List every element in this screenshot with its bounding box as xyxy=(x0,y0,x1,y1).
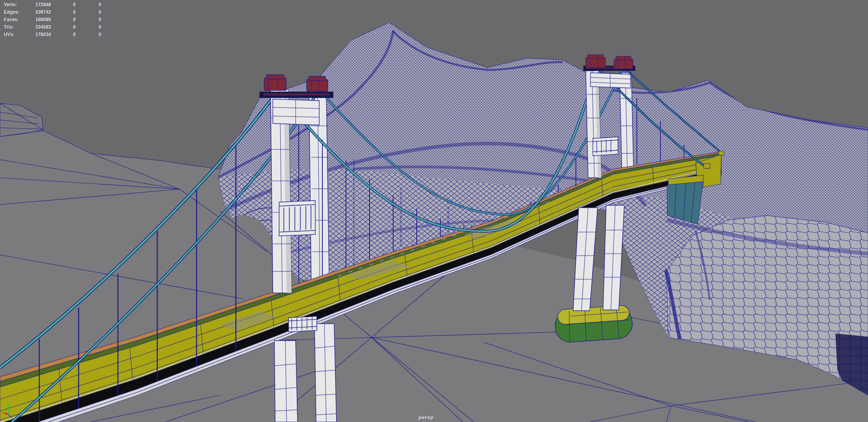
hud-value: 339742 xyxy=(35,9,73,16)
hud-label: Faces: xyxy=(4,16,35,24)
left-tower-cap-rear[interactable] xyxy=(307,76,328,91)
hud-value: 172848 xyxy=(35,1,73,9)
right-tower-cap-rear[interactable] xyxy=(614,56,633,69)
hud-value: 0 xyxy=(73,31,99,39)
poly-count-hud: Verts: 172848 0 0 Edges: 339742 0 0 Face… xyxy=(4,1,124,39)
hud-value: 0 xyxy=(73,24,99,31)
viewport-canvas[interactable] xyxy=(0,0,868,422)
hud-label: UVs: xyxy=(4,31,35,39)
right-tower-upper-beam[interactable] xyxy=(590,73,631,88)
hud-value: 178034 xyxy=(35,31,73,39)
left-tower-underdeck-beam[interactable] xyxy=(289,316,317,332)
hud-row-uvs: UVs: 178034 0 0 xyxy=(4,31,124,39)
hud-value: 0 xyxy=(73,1,99,9)
hud-row-verts: Verts: 172848 0 0 xyxy=(4,1,124,9)
left-tower-slat-beam[interactable] xyxy=(279,201,315,236)
hud-value: 0 xyxy=(99,16,124,24)
right-tower-slat-beam[interactable] xyxy=(593,137,618,156)
maya-viewport[interactable]: Verts: 172848 0 0 Edges: 339742 0 0 Face… xyxy=(0,0,868,422)
hud-row-edges: Edges: 339742 0 0 xyxy=(4,9,124,16)
hud-row-tris: Tris: 334583 0 0 xyxy=(4,24,124,31)
hud-value: 334583 xyxy=(35,24,73,31)
hud-value: 0 xyxy=(99,24,124,31)
left-tower-cap-front[interactable] xyxy=(264,75,286,90)
hud-label: Verts: xyxy=(4,1,35,9)
hud-label: Edges: xyxy=(4,9,35,16)
hud-value: 168085 xyxy=(35,16,73,24)
hud-row-faces: Faces: 168085 0 0 xyxy=(4,16,124,24)
right-tower-base[interactable] xyxy=(554,305,633,343)
hud-value: 0 xyxy=(99,31,124,39)
hud-value: 0 xyxy=(73,9,99,16)
right-tower-cap-front[interactable] xyxy=(586,55,605,68)
hud-value: 0 xyxy=(99,9,124,16)
hud-label: Tris: xyxy=(4,24,35,31)
left-tower-upper-beam[interactable] xyxy=(273,99,319,125)
camera-name-label: persp xyxy=(410,415,442,420)
hud-value: 0 xyxy=(99,1,124,9)
hud-value: 0 xyxy=(73,16,99,24)
